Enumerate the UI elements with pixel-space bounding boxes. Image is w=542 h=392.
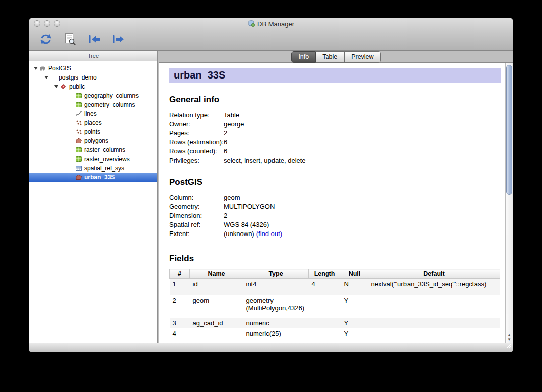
kv-value: select, insert, update, delete	[224, 156, 306, 165]
field-name-link[interactable]: id	[193, 280, 198, 288]
tab-bar: Info Table Preview	[159, 51, 513, 62]
window-title: DB Manager	[248, 20, 294, 28]
tree-item-label: raster_overviews	[84, 155, 130, 163]
main-split: Tree PostGIS postgis_demo	[29, 51, 513, 343]
sql-window-icon	[64, 33, 76, 47]
tree-item-label: raster_columns	[84, 146, 125, 153]
polygon-layer-icon	[75, 137, 83, 145]
table-green-icon	[75, 101, 83, 109]
tree-item-label: geometry_columns	[84, 101, 135, 108]
status-bar	[29, 343, 513, 352]
table-title: urban_33S	[174, 69, 225, 81]
tree-item-public[interactable]: public	[29, 82, 157, 91]
kv-key: Extent:	[169, 229, 224, 239]
tree-item-geography-columns[interactable]: geography_columns	[29, 91, 157, 100]
tab-info[interactable]: Info	[291, 51, 316, 63]
field-null: Y	[341, 318, 368, 328]
tree-item-raster-columns[interactable]: raster_columns	[29, 145, 157, 154]
tree-item-urban-33s[interactable]: urban_33S	[29, 173, 157, 182]
polygon-layer-icon	[75, 174, 83, 181]
postgis-heading: PostGIS	[169, 177, 502, 187]
kv-key: Dimension:	[169, 211, 224, 220]
table-green-icon	[75, 146, 83, 154]
export-file-icon	[111, 34, 125, 46]
field-default	[368, 328, 500, 339]
kv-key: Rows (counted):	[169, 147, 224, 156]
postgis-elephant-icon	[39, 65, 47, 72]
general-info-list: Relation type:Table Owner:george Pages:2…	[169, 111, 502, 165]
fields-heading: Fields	[169, 254, 502, 264]
info-content: urban_33S General info Relation type:Tab…	[159, 63, 505, 343]
kv-value: 2	[224, 129, 227, 138]
tree-item-places[interactable]: places	[29, 118, 157, 127]
kv-value: 6	[224, 138, 227, 147]
field-length	[309, 295, 341, 318]
tree-item-polygons[interactable]: polygons	[29, 136, 157, 145]
export-file-button[interactable]	[110, 32, 127, 48]
field-default	[368, 318, 500, 328]
tree-item-label: polygons	[84, 137, 108, 144]
general-info-heading: General info	[169, 95, 502, 105]
import-layer-button[interactable]	[86, 32, 103, 48]
tab-table[interactable]: Table	[316, 51, 345, 63]
tree-item-points[interactable]: points	[29, 127, 157, 136]
table-title-band: urban_33S	[169, 68, 501, 83]
table-green-icon	[75, 92, 83, 100]
kv-value: 6	[224, 147, 227, 156]
resize-grip[interactable]	[505, 342, 512, 351]
tree-item-geometry-columns[interactable]: geometry_columns	[29, 100, 157, 109]
kv-key: Column:	[169, 193, 224, 202]
tree-item-raster-overviews[interactable]: raster_overviews	[29, 154, 157, 164]
field-null: Y	[341, 295, 368, 318]
tree-item-lines[interactable]: lines	[29, 109, 157, 118]
kv-value: george	[224, 120, 244, 129]
tab-preview[interactable]: Preview	[345, 51, 380, 63]
window-title-text: DB Manager	[257, 20, 294, 28]
kv-value: Table	[224, 111, 239, 120]
titlebar[interactable]: DB Manager	[29, 18, 513, 29]
kv-key: Pages:	[169, 129, 224, 138]
col-header-length: Length	[309, 269, 341, 279]
tree-panel: Tree PostGIS postgis_demo	[29, 51, 158, 343]
field-type: numeric(25)	[243, 328, 309, 339]
field-default	[368, 295, 500, 318]
refresh-button[interactable]	[37, 32, 54, 48]
scrollbar-thumb[interactable]	[506, 65, 512, 195]
database-icon	[49, 74, 57, 82]
postgis-info-list: Column:geom Geometry:MULTIPOLYGON Dimens…	[169, 193, 502, 239]
tree-item-label: spatial_ref_sys	[84, 165, 124, 172]
tree-item-label: geography_columns	[84, 92, 139, 99]
kv-key: Spatial ref:	[169, 220, 224, 229]
minimize-button[interactable]	[44, 20, 50, 27]
point-layer-icon	[75, 128, 83, 136]
traffic-lights	[34, 20, 60, 27]
close-button[interactable]	[34, 20, 40, 27]
tree-item-label: postgis_demo	[59, 74, 97, 81]
disclosure-triangle-icon[interactable]	[32, 67, 39, 70]
toolbar	[29, 29, 513, 50]
sql-window-button[interactable]	[61, 32, 79, 48]
field-length: 4	[309, 279, 341, 296]
table-green-icon	[75, 155, 83, 163]
import-layer-icon	[87, 34, 101, 46]
scroll-up-icon[interactable]: ▲	[507, 333, 511, 337]
scrollbar-arrows[interactable]: ▲ ▼	[506, 333, 513, 342]
field-null: Y	[341, 328, 368, 339]
field-null: N	[341, 279, 368, 296]
vertical-scrollbar[interactable]: ▲ ▼	[505, 63, 513, 343]
info-view: urban_33S General info Relation type:Tab…	[159, 62, 513, 343]
scroll-down-icon[interactable]: ▼	[507, 338, 511, 342]
disclosure-triangle-icon[interactable]	[43, 76, 49, 79]
find-out-link[interactable]: (find out)	[256, 229, 282, 239]
fields-header-row: # Name Type Length Null Default	[170, 269, 500, 279]
tree-item-postgis[interactable]: PostGIS	[29, 64, 157, 73]
tree-item-postgis-demo[interactable]: postgis_demo	[29, 73, 157, 82]
kv-key: Rows (estimation):	[169, 138, 224, 147]
tree-view[interactable]: PostGIS postgis_demo public	[29, 61, 157, 343]
field-row-geom: 2 geom geometry (MultiPolygon,4326) Y	[170, 295, 500, 318]
field-length	[309, 328, 341, 339]
disclosure-triangle-icon[interactable]	[53, 85, 59, 88]
field-row-4: 4 numeric(25) Y	[170, 328, 500, 339]
zoom-button[interactable]	[54, 20, 60, 27]
tree-item-spatial-ref-sys[interactable]: spatial_ref_sys	[29, 164, 157, 173]
